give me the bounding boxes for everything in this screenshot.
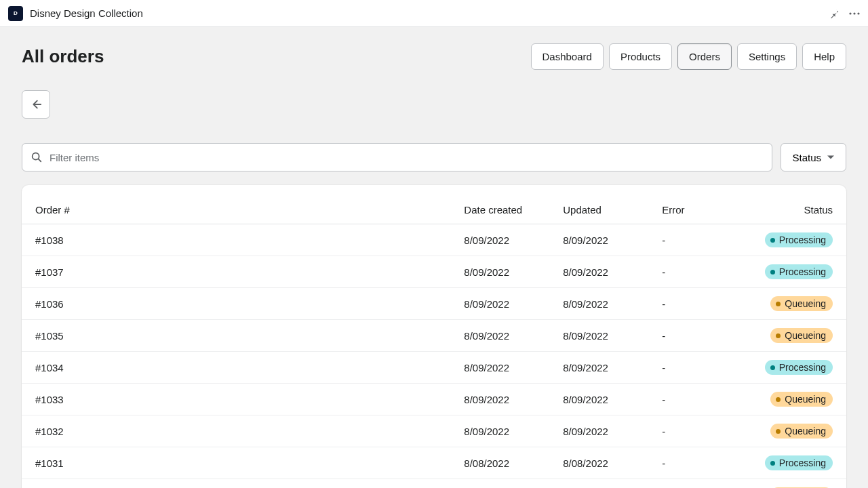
cell-date-created: 8/08/2022: [450, 479, 549, 489]
cell-error: -: [648, 320, 731, 352]
nav-buttons: Dashboard Products Orders Settings Help: [531, 43, 847, 70]
table-row[interactable]: #10358/09/20228/09/2022-Queueing: [22, 320, 846, 352]
cell-date-created: 8/09/2022: [450, 256, 549, 288]
table-row[interactable]: #10348/09/20228/09/2022-Processing: [22, 352, 846, 384]
th-error: Error: [648, 196, 731, 224]
cell-error: -: [648, 384, 731, 415]
cell-updated: 8/09/2022: [549, 320, 648, 352]
status-label: Queueing: [785, 394, 826, 405]
status-badge: Processing: [765, 232, 833, 247]
search-field[interactable]: [22, 143, 772, 171]
nav-orders[interactable]: Orders: [677, 43, 732, 70]
cell-updated: 8/09/2022: [549, 415, 648, 447]
more-icon[interactable]: [849, 12, 860, 15]
page-title: All orders: [22, 46, 104, 67]
pin-icon[interactable]: [829, 8, 840, 19]
status-dot-icon: [770, 365, 775, 370]
cell-status: Queueing: [731, 415, 846, 447]
status-dot-icon: [776, 333, 781, 338]
nav-help[interactable]: Help: [802, 43, 846, 70]
orders-table: Order # Date created Updated Error Statu…: [22, 196, 846, 488]
cell-status: Queueing: [731, 320, 846, 352]
cell-updated: 8/08/2022: [549, 479, 648, 489]
back-button[interactable]: [22, 90, 50, 119]
table-row[interactable]: #10338/09/20228/09/2022-Queueing: [22, 384, 846, 415]
table-row[interactable]: #10318/08/20228/08/2022-Processing: [22, 447, 846, 479]
status-label: Queueing: [785, 330, 826, 341]
cell-status: Queueing: [731, 384, 846, 415]
status-label: Processing: [779, 266, 826, 277]
status-badge: Processing: [765, 455, 833, 470]
cell-error: -: [648, 224, 731, 256]
app-logo: D: [8, 6, 23, 21]
cell-status: Processing: [731, 447, 846, 479]
nav-products[interactable]: Products: [609, 43, 672, 70]
status-badge: Processing: [765, 360, 833, 375]
svg-line-4: [39, 159, 41, 162]
cell-order: #1031: [22, 447, 450, 479]
svg-point-1: [853, 12, 855, 14]
status-filter[interactable]: Status: [781, 143, 846, 171]
status-badge: Processing: [765, 264, 833, 279]
cell-status: Processing: [731, 256, 846, 288]
cell-updated: 8/09/2022: [549, 256, 648, 288]
th-order: Order #: [22, 196, 450, 224]
cell-error: -: [648, 352, 731, 384]
cell-updated: 8/09/2022: [549, 224, 648, 256]
cell-date-created: 8/09/2022: [450, 352, 549, 384]
status-dot-icon: [776, 397, 781, 402]
app-name: Disney Design Collection: [30, 7, 143, 19]
cell-date-created: 8/09/2022: [450, 320, 549, 352]
cell-date-created: 8/09/2022: [450, 384, 549, 415]
th-date-created: Date created: [450, 196, 549, 224]
status-label: Processing: [779, 362, 826, 373]
topbar: D Disney Design Collection: [0, 0, 868, 27]
table-row[interactable]: #10368/09/20228/09/2022-Queueing: [22, 288, 846, 320]
arrow-left-icon: [30, 98, 42, 110]
status-dot-icon: [770, 238, 775, 243]
cell-updated: 8/08/2022: [549, 447, 648, 479]
search-icon: [31, 151, 50, 163]
nav-dashboard[interactable]: Dashboard: [531, 43, 604, 70]
svg-point-2: [857, 12, 859, 14]
cell-updated: 8/09/2022: [549, 288, 648, 320]
cell-status: Processing: [731, 224, 846, 256]
status-label: Queueing: [785, 298, 826, 309]
status-badge: Queueing: [770, 424, 833, 439]
cell-status: Processing: [731, 352, 846, 384]
cell-order: #1037: [22, 256, 450, 288]
cell-error: -: [648, 479, 731, 489]
chevron-down-icon: [827, 153, 835, 161]
svg-point-0: [849, 12, 851, 14]
search-input[interactable]: [50, 152, 764, 163]
status-badge: Queueing: [770, 328, 833, 343]
cell-error: -: [648, 415, 731, 447]
cell-order: #1038: [22, 224, 450, 256]
orders-table-card: Order # Date created Updated Error Statu…: [22, 185, 846, 488]
cell-date-created: 8/08/2022: [450, 447, 549, 479]
cell-order: #1035: [22, 320, 450, 352]
cell-order: #1034: [22, 352, 450, 384]
cell-order: #1030: [22, 479, 450, 489]
status-badge: Queueing: [770, 296, 833, 311]
status-dot-icon: [770, 270, 775, 274]
cell-status: Queueing: [731, 288, 846, 320]
th-status: Status: [731, 196, 846, 224]
table-row[interactable]: #10388/09/20228/09/2022-Processing: [22, 224, 846, 256]
table-row[interactable]: #10308/08/20228/08/2022-Queueing: [22, 479, 846, 489]
cell-order: #1033: [22, 384, 450, 415]
cell-error: -: [648, 447, 731, 479]
nav-settings[interactable]: Settings: [737, 43, 797, 70]
cell-status: Queueing: [731, 479, 846, 489]
status-label: Processing: [779, 458, 826, 468]
cell-date-created: 8/09/2022: [450, 224, 549, 256]
cell-error: -: [648, 256, 731, 288]
cell-updated: 8/09/2022: [549, 352, 648, 384]
status-label: Processing: [779, 235, 826, 245]
table-row[interactable]: #10378/09/20228/09/2022-Processing: [22, 256, 846, 288]
cell-order: #1032: [22, 415, 450, 447]
status-filter-label: Status: [792, 152, 821, 163]
table-row[interactable]: #10328/09/20228/09/2022-Queueing: [22, 415, 846, 447]
cell-order: #1036: [22, 288, 450, 320]
cell-updated: 8/09/2022: [549, 384, 648, 415]
